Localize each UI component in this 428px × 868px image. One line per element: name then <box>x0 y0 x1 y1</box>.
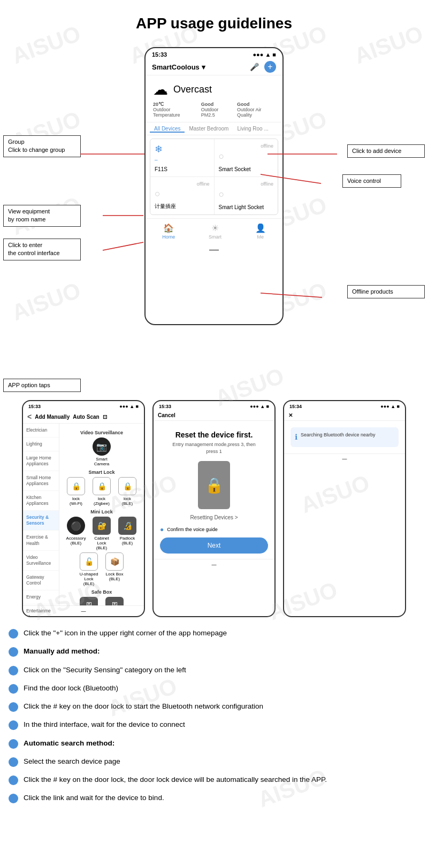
me-label: Me <box>257 234 264 240</box>
add-device-button[interactable]: + <box>264 61 276 73</box>
home-label: Home <box>162 234 175 240</box>
light-socket-status: offline <box>219 181 274 187</box>
bullet-1 <box>9 629 18 639</box>
sp1-title: Add Manually <box>35 414 70 420</box>
lock-wifi-icon: 🔒 <box>67 477 85 495</box>
tab-all-devices[interactable]: All Devices <box>150 126 185 133</box>
device-grid: ❄ – F11S offline ○ Smart Socket offline … <box>150 139 278 215</box>
video-devices: 📷 Smart Camera <box>63 437 141 466</box>
device-card-f11s[interactable]: ❄ – F11S <box>150 139 214 176</box>
cat-lighting[interactable]: Lighting <box>23 437 59 451</box>
door-lock-visual: 🔒 <box>160 461 268 509</box>
padlock-item[interactable]: 🔏 Padlock(BLE) <box>116 517 139 550</box>
phone-bluetooth-search: 15:34 ●●● ▲ ■ ✕ ℹ Searching Bluetooth de… <box>283 400 406 617</box>
cat-entertainment[interactable]: Entertainme nt <box>23 604 59 617</box>
searching-text: Searching Bluetooth device nearby <box>301 432 376 439</box>
accessory-ble-item[interactable]: ⚫ Accessory(BLE) <box>64 517 88 550</box>
tab-master-bedroom[interactable]: Master Bedroom <box>185 126 233 133</box>
pm25-detail: Good Outdoor PM2.5 <box>201 102 232 118</box>
main-phone-section: 15:33 ●●● ▲ ■ SmartCoolous ▾ 🎤 + ☁ Overc… <box>0 42 428 341</box>
sp2-cancel-button[interactable]: Cancel <box>158 412 175 418</box>
bullet-9 <box>9 775 18 785</box>
f11s-name: F11S <box>155 166 210 172</box>
light-socket-name: Smart Light Socket <box>219 204 274 210</box>
instruction-text-10: Click the link and wait for the device t… <box>24 793 417 803</box>
lock-box-icon: 📦 <box>105 552 124 571</box>
instruction-3: Click on the "Security Sensing" category… <box>9 665 417 675</box>
cat-security[interactable]: Security & Sensors <box>23 511 59 531</box>
lock-ble-icon: 🔒 <box>118 477 136 495</box>
cat-kitchen[interactable]: Kitchen Appliances <box>23 491 59 511</box>
cat-gateway[interactable]: Gateway Control <box>23 571 59 590</box>
device-card-smart-socket[interactable]: offline ○ Smart Socket <box>215 139 278 176</box>
lock-ble-item[interactable]: 🔒 lock(BLE) <box>116 477 139 506</box>
f11s-icon: ❄ <box>155 143 210 155</box>
cat-energy[interactable]: Energy <box>23 590 59 604</box>
instruction-text-9: Click the # key on the door lock, the do… <box>24 774 417 785</box>
time-display: 15:33 <box>152 51 167 58</box>
lock-box-item[interactable]: 📦 Lock Box(BLE) <box>103 552 126 586</box>
tab-living-room[interactable]: Living Roo ... <box>233 126 272 133</box>
bullet-6 <box>9 720 18 730</box>
instruction-text-2: Manually add method: <box>24 646 417 657</box>
smart-camera-item[interactable]: 📷 Smart Camera <box>90 437 113 466</box>
instruction-9: Click the # key on the door lock, the do… <box>9 774 417 785</box>
safe-2-item[interactable]: 🗄 <box>103 597 126 605</box>
resetting-link[interactable]: Resetting Devices > <box>160 514 268 520</box>
cat-video[interactable]: Video Surveillance <box>23 551 59 571</box>
main-phone: 15:33 ●●● ▲ ■ SmartCoolous ▾ 🎤 + ☁ Overc… <box>144 47 284 325</box>
u-lock-label: U-shaped Lock(BLE) <box>77 572 101 586</box>
next-button[interactable]: Next <box>160 537 268 554</box>
sp3-indicator: — <box>284 454 405 464</box>
instruction-8: Select the search device page <box>9 756 417 767</box>
cabinet-lock-item[interactable]: 🔐 Cabinet Lock(BLE) <box>90 517 113 550</box>
meter-icon: ○ <box>155 188 210 199</box>
smart-camera-icon: 📷 <box>93 437 111 456</box>
lock-zigbee-item[interactable]: 🔒 lock(Zigbee) <box>90 477 113 506</box>
mic-button[interactable]: 🎤 <box>248 61 260 73</box>
smart-socket-icon: ○ <box>219 151 274 162</box>
sp1-scan-icon[interactable]: ⊡ <box>103 414 107 420</box>
smart-socket-name: Smart Socket <box>219 166 274 172</box>
voice-guide-label: Confirm the voice guide <box>167 527 218 532</box>
air-quality-detail: Good Outdoor Air Quality <box>237 102 275 118</box>
nav-me[interactable]: 👤 Me <box>255 223 266 240</box>
instruction-text-4: Find the door lock (Bluetooth) <box>24 683 417 694</box>
home-indicator: — <box>146 242 282 258</box>
cat-electrician[interactable]: Electrician <box>23 424 59 437</box>
lock-ble-label: lock(BLE) <box>122 496 133 506</box>
bullet-10 <box>9 794 18 803</box>
accessory-ble-icon: ⚫ <box>67 517 85 535</box>
sp3-header: ✕ <box>284 410 405 421</box>
sp3-close-button[interactable]: ✕ <box>288 412 293 418</box>
lock-box-label: Lock Box(BLE) <box>106 572 124 581</box>
voice-guide-row: ● Confirm the voice guide <box>160 526 268 533</box>
instruction-text-5: Click the # key on the door lock to star… <box>24 701 417 712</box>
lock-wifi-item[interactable]: 🔒 lock(Wi-Fi) <box>64 477 88 506</box>
cat-exercise[interactable]: Exercise & Health <box>23 531 59 550</box>
sp1-auto-scan[interactable]: Auto Scan <box>73 414 99 420</box>
cat-large-home[interactable]: Large Home Appliances <box>23 451 59 471</box>
safe-2-icon: 🗄 <box>105 597 124 605</box>
mini-lock-devices: ⚫ Accessory(BLE) 🔐 Cabinet Lock(BLE) 🔏 P… <box>63 517 141 550</box>
instruction-6: In the third interface, wait for the dev… <box>9 719 417 730</box>
phone-header: SmartCoolous ▾ 🎤 + <box>146 59 282 75</box>
device-card-light-socket[interactable]: offline ○ Smart Light Socket <box>215 177 278 214</box>
sp1-back-button[interactable]: < <box>27 412 32 421</box>
u-lock-item[interactable]: 🔓 U-shaped Lock(BLE) <box>77 552 101 586</box>
cat-small-home[interactable]: Small Home Appliances <box>23 471 59 491</box>
section-mini-lock: Mini Lock <box>63 509 141 514</box>
instruction-list: Click the "+" icon in the upper right co… <box>0 617 428 822</box>
weather-section: ☁ Overcast <box>146 75 282 101</box>
dropdown-icon[interactable]: ▾ <box>202 63 205 71</box>
safe-1-item[interactable]: 🗄 <box>77 597 101 605</box>
home-icon: 🏠 <box>163 223 174 233</box>
sp3-content: ℹ Searching Bluetooth device nearby <box>284 421 405 454</box>
three-phones-row: 15:33 ●●● ▲ ■ < Add Manually Auto Scan ⊡… <box>0 395 428 617</box>
safe-1-icon: 🗄 <box>80 597 98 605</box>
nav-home[interactable]: 🏠 Home <box>162 223 175 240</box>
weather-details: 20℃ Outdoor Temperature Good Outdoor PM2… <box>146 101 282 122</box>
smart-label: Smart <box>209 234 221 240</box>
device-card-meter[interactable]: offline ○ 计量插座 <box>150 177 214 214</box>
nav-smart[interactable]: ☀ Smart <box>209 223 221 240</box>
